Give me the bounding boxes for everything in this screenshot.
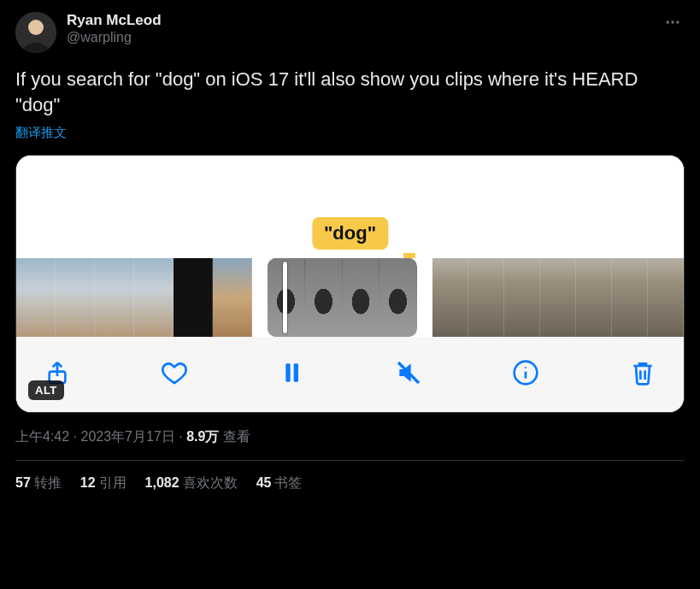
timeline-frame [213, 258, 252, 337]
timeline-frame [379, 258, 417, 337]
media-attachment[interactable]: "dog" [15, 155, 685, 413]
timeline-frame [134, 258, 174, 337]
clip-group-active[interactable] [268, 258, 417, 337]
tweet-text: If you search for "dog" on iOS 17 it'll … [15, 67, 685, 118]
svg-point-3 [671, 21, 674, 23]
pause-button[interactable] [276, 357, 307, 388]
tweet-container: Ryan McLeod @warpling If you search for … [0, 0, 700, 492]
timeline-frame [95, 258, 134, 337]
timeline-frame [648, 258, 684, 337]
clip-group[interactable] [16, 258, 252, 337]
timeline-frame [540, 258, 576, 337]
tweet-time: 上午4:42 [15, 429, 69, 444]
info-button[interactable] [510, 357, 541, 388]
svg-point-11 [525, 367, 526, 368]
timeline-frame [432, 258, 468, 337]
author-names: Ryan McLeod @warpling [67, 12, 661, 46]
author-avatar[interactable] [15, 12, 56, 53]
tweet-header: Ryan McLeod @warpling [15, 12, 685, 53]
bookmarks-stat[interactable]: 45书签 [256, 474, 303, 492]
tweet-meta[interactable]: 上午4:42 · 2023年7月17日 · 8.9万 查看 [15, 428, 685, 446]
playhead-cursor[interactable] [283, 262, 287, 333]
tweet-date: 2023年7月17日 [80, 429, 174, 444]
timeline-frame [612, 258, 648, 337]
timeline-frame [468, 258, 504, 337]
media-toolbar [16, 337, 684, 412]
svg-rect-6 [285, 363, 290, 381]
translate-link[interactable]: 翻译推文 [15, 125, 685, 141]
timeline-frame [174, 258, 213, 337]
heart-button[interactable] [159, 357, 190, 388]
engagement-stats: 57转推 12引用 1,082喜欢次数 45书签 [15, 461, 685, 492]
timeline-frame [16, 258, 56, 337]
likes-stat[interactable]: 1,082喜欢次数 [145, 474, 238, 492]
timeline-frame [56, 258, 95, 337]
timeline-frame [305, 258, 343, 337]
svg-point-4 [676, 21, 679, 23]
caption-bubble: "dog" [312, 217, 388, 250]
views-label: 查看 [219, 429, 250, 444]
retweets-stat[interactable]: 57转推 [15, 474, 62, 492]
media-caption-area: "dog" [16, 156, 684, 258]
video-timeline[interactable] [16, 258, 684, 337]
mute-button[interactable] [393, 357, 424, 388]
clip-group[interactable] [432, 258, 684, 337]
author-handle[interactable]: @warpling [67, 29, 661, 46]
quotes-stat[interactable]: 12引用 [80, 474, 126, 492]
timeline-frame [343, 258, 380, 337]
trash-button[interactable] [627, 357, 658, 388]
views-count: 8.9万 [186, 429, 219, 444]
timeline-frame [504, 258, 540, 337]
more-options-button[interactable] [661, 12, 685, 37]
svg-point-1 [28, 20, 44, 35]
svg-rect-7 [294, 363, 298, 381]
author-display-name[interactable]: Ryan McLeod [67, 12, 661, 29]
alt-badge[interactable]: ALT [28, 380, 64, 400]
svg-point-2 [667, 21, 669, 23]
timeline-frame [576, 258, 612, 337]
